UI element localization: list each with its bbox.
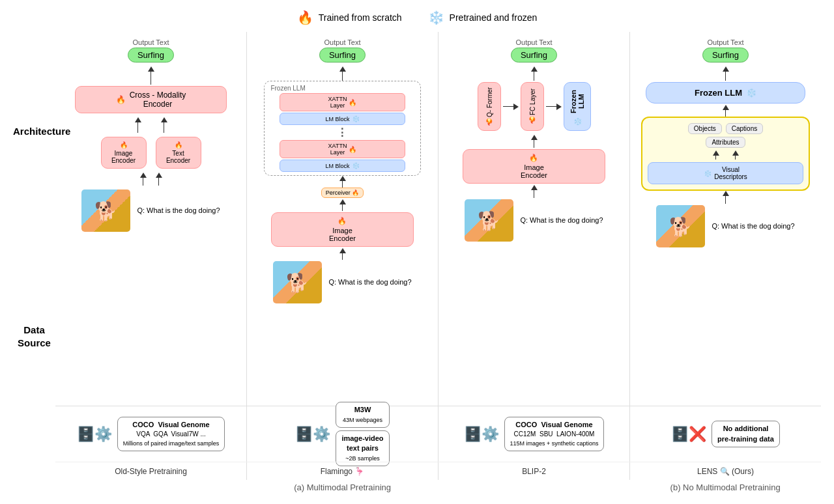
old-style-output-badge: Surfing <box>128 48 174 63</box>
lens-tags: Objects Captions <box>688 123 763 134</box>
architecture-label: Architecture <box>13 125 55 138</box>
frozen-llm-block: Frozen LLM XATTNLayer🔥 LM Block❄️ ⋮ <box>264 81 420 176</box>
data-col-lens: 🗄️❌ No additionalpre-training data <box>630 406 821 462</box>
dog-image-flamingo <box>273 261 322 303</box>
blip2-output-badge: Surfing <box>511 48 557 63</box>
cross-modality-box: 🔥 Cross - ModalityEncoder <box>75 86 226 113</box>
image-encoder-flamingo: 🔥 ImageEncoder <box>271 212 413 247</box>
legend-trained: 🔥 Trained from scratch <box>297 10 402 25</box>
db-icon-flamingo: 🗄️⚙️ <box>295 426 330 443</box>
db-icon-blip2: 🗄️⚙️ <box>464 426 499 443</box>
arrow-flamingo-1 <box>339 66 346 81</box>
arrow-lens-3 <box>723 191 729 204</box>
old-style-output-label: Output Text <box>132 38 169 46</box>
arrow-blip2-2 <box>531 135 538 148</box>
fc-layer-box: 🔥 FC Layer <box>521 82 544 131</box>
dog-image-blip2 <box>465 199 513 242</box>
image-encoder-blip2: 🔥 ImageEncoder <box>463 149 605 184</box>
dog-image-lens <box>656 205 705 247</box>
fire-icon: 🔥 <box>297 10 313 25</box>
data-box-flamingo-2: image-videotext pairs ~2B samples <box>336 430 389 466</box>
legend: 🔥 Trained from scratch ❄️ Pretrained and… <box>13 10 821 25</box>
arrow-from-q <box>156 173 162 186</box>
title-old: Old-Style Pretraining <box>115 467 187 476</box>
attributes-tag: Attributes <box>706 137 745 148</box>
db-icon-old: 🗄️⚙️ <box>77 426 112 443</box>
image-encoder-old: 🔥 ImageEncoder <box>101 137 147 169</box>
captions-tag: Captions <box>726 123 763 134</box>
dots: ⋮ <box>337 126 347 139</box>
arrow-blip2-3 <box>531 185 538 198</box>
xattn-top: XATTNLayer🔥 <box>280 93 406 111</box>
visual-desc-box: ❄️ VisualDescriptors <box>648 162 803 184</box>
arrow-lens-1 <box>723 66 729 81</box>
arrow-from-img <box>140 173 147 186</box>
main-container: 🔥 Trained from scratch ❄️ Pretrained and… <box>0 0 834 504</box>
arrow-lens-2 <box>723 105 729 117</box>
arrow-img-up <box>135 117 141 133</box>
perceiver-label: Perceiver 🔥 <box>321 188 364 198</box>
arrow-flamingo-2 <box>339 176 346 188</box>
question-lens: Q: What is the dog doing? <box>712 221 794 231</box>
old-style-col: Output Text Surfing 🔥 Cross - ModalityEn… <box>55 32 247 406</box>
flamingo-output-label: Output Text <box>324 38 360 46</box>
title-flamingo: Flamingo 🦩 <box>321 467 365 476</box>
question-blip2: Q: What is the dog doing? <box>520 216 603 225</box>
lens-inner-box: Objects Captions Attributes <box>641 117 810 191</box>
blip2-col: Output Text Surfing 🔥 Q- Former <box>439 32 630 406</box>
arrow-txt-up <box>161 117 167 133</box>
arrow-h2 <box>546 104 562 110</box>
legend-pretrained: ❄️ Pretrained and frozen <box>428 10 538 25</box>
data-col-blip2: 🗄️⚙️ COCO Visual Genome CC12M SBU LAION-… <box>439 406 630 462</box>
bottom-caption-left: (a) Multimodal Pretraining <box>294 483 391 492</box>
lm-block-top: LM Block❄️ <box>280 113 406 125</box>
blip2-output-label: Output Text <box>515 38 552 46</box>
frozen-llm-label: Frozen LLM <box>268 85 305 92</box>
arrow-vd-1 <box>713 150 719 160</box>
y-axis-labels: Architecture Data Source <box>13 32 55 494</box>
bottom-caption-right: (b) No Multimodal Pretraining <box>670 483 781 492</box>
arrow-flamingo-3 <box>339 199 346 211</box>
data-col-old: 🗄️⚙️ COCO Visual Genome VQA GQA Visual7W… <box>55 406 247 462</box>
lens-output-badge: Surfing <box>702 48 749 63</box>
arrow-vd-2 <box>732 150 739 160</box>
xattn-bottom: XATTNLayer🔥 <box>280 140 406 158</box>
arrow-blip2-1 <box>531 66 538 81</box>
lens-col: Output Text Surfing Frozen LLM ❄️ <box>630 32 821 406</box>
legend-trained-label: Trained from scratch <box>319 12 402 23</box>
text-encoder-old: 🔥 TextEncoder <box>156 137 201 169</box>
cross-modality-label: Cross - ModalityEncoder <box>130 91 186 109</box>
title-blip2: BLIP-2 <box>522 467 546 476</box>
dog-image-old <box>81 189 130 232</box>
frozen-llm-blip2: ❄️ Frozen LLM <box>564 82 591 131</box>
frozen-llm-lens-label: Frozen LLM <box>695 88 742 98</box>
legend-pretrained-label: Pretrained and frozen <box>450 12 538 23</box>
q-former-box: 🔥 Q- Former <box>478 82 501 131</box>
data-source-label: Data Source <box>13 324 55 349</box>
lens-output-label: Output Text <box>707 38 743 46</box>
arrow-flamingo-4 <box>339 248 346 260</box>
objects-tag: Objects <box>688 123 722 134</box>
flamingo-output-badge: Surfing <box>319 48 366 63</box>
data-box-lens: No additionalpre-training data <box>712 421 780 447</box>
data-col-flamingo: 🗄️⚙️ M3W 43M webpages image-videotext pa… <box>247 406 439 462</box>
lm-block-bottom: LM Block❄️ <box>280 160 406 172</box>
arrow1-old <box>148 66 154 85</box>
flamingo-col: Output Text Surfing Frozen LLM XATTNLaye… <box>247 32 439 406</box>
snowflake-icon: ❄️ <box>428 10 444 25</box>
question-old: Q: What is the dog doing? <box>137 206 220 216</box>
question-flamingo: Q: What is the dog doing? <box>328 277 411 287</box>
visual-desc-label: VisualDescriptors <box>714 166 747 180</box>
data-box-blip2: COCO Visual Genome CC12M SBU LAION-400M … <box>504 417 605 451</box>
frozen-llm-lens: Frozen LLM ❄️ <box>646 82 806 104</box>
title-lens: LENS 🔍 (Ours) <box>697 467 754 476</box>
data-box-flamingo-1: M3W 43M webpages <box>336 402 389 427</box>
arrow-h1 <box>503 104 519 110</box>
db-icon-lens: 🗄️❌ <box>671 426 706 443</box>
data-box-old: COCO Visual Genome VQA GQA Visual7W ... … <box>117 417 225 451</box>
